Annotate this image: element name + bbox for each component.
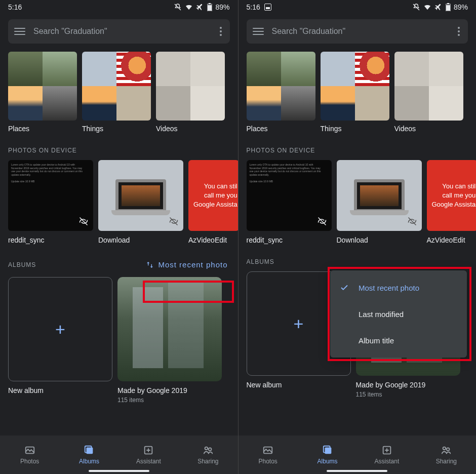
- albums-icon: [84, 445, 95, 456]
- airplane-icon: [434, 3, 443, 11]
- wifi-icon: [185, 3, 193, 11]
- nav-sharing[interactable]: Sharing: [178, 436, 237, 474]
- screenshot-left: 5:16 89% Search "Graduation": [0, 0, 239, 474]
- albums-icon: [322, 445, 333, 456]
- battery-icon: [446, 3, 451, 11]
- status-icons: 89%: [412, 3, 468, 11]
- device-folder-reddit[interactable]: Lorem only OTA to update your device to …: [8, 160, 93, 244]
- assistant-icon: [381, 445, 392, 456]
- device-folder-label: AzVideoEdit: [188, 236, 238, 244]
- menu-icon[interactable]: [253, 28, 264, 35]
- device-folder-label: Download: [98, 236, 183, 244]
- album-count: 115 items: [117, 397, 222, 404]
- device-section-header: PHOTOS ON DEVICE: [239, 133, 477, 160]
- albums-row[interactable]: + New album Made by Google 2019 115 item…: [0, 277, 238, 404]
- battery-icon: [207, 3, 212, 11]
- sort-menu: Most recent photo Last modified Album ti…: [330, 270, 467, 358]
- check-icon: [339, 283, 349, 292]
- album-google[interactable]: Made by Google 2019 115 items: [117, 277, 222, 404]
- assistant-icon: [143, 445, 154, 456]
- status-icons: 89%: [174, 3, 229, 11]
- device-folder-azvideo[interactable]: You can stilcall me youGoogle Assista Az…: [188, 160, 238, 244]
- svg-point-10: [205, 447, 208, 450]
- svg-line-4: [80, 218, 88, 225]
- sort-option-modified[interactable]: Last modified: [330, 301, 467, 327]
- sort-label: Most recent photo: [158, 260, 227, 269]
- category-places[interactable]: Places: [247, 52, 315, 133]
- airplane-icon: [196, 3, 204, 11]
- device-folder-label: reddit_sync: [8, 236, 93, 244]
- home-indicator[interactable]: [89, 470, 149, 472]
- category-label: Videos: [394, 125, 463, 133]
- category-places[interactable]: Places: [8, 52, 77, 133]
- sort-icon: [146, 261, 154, 269]
- sync-off-icon: [168, 216, 179, 227]
- category-videos[interactable]: Videos: [156, 52, 225, 133]
- svg-rect-3: [209, 3, 211, 4]
- device-folder-label: Download: [337, 236, 422, 244]
- category-label: Videos: [156, 125, 225, 133]
- category-label: Things: [82, 125, 151, 133]
- screenshot-right: 5:16 89% Search "Graduation": [239, 0, 477, 474]
- category-label: Things: [321, 125, 389, 133]
- status-bar: 5:16 89%: [239, 0, 477, 14]
- battery-text: 89%: [454, 3, 468, 11]
- device-folder-download[interactable]: Download: [337, 160, 422, 244]
- album-count: 115 items: [356, 391, 460, 398]
- album-label: Made by Google 2019: [117, 386, 222, 394]
- photos-icon: [24, 445, 35, 456]
- device-folder-azvideo[interactable]: You can stilcall me youGoogle Assista Az…: [427, 160, 477, 244]
- sync-off-icon: [78, 216, 89, 227]
- albums-section-header: ALBUMS: [239, 244, 477, 271]
- sharing-icon: [441, 445, 452, 456]
- mute-icon: [412, 3, 420, 11]
- nav-assistant[interactable]: Assistant: [119, 436, 178, 474]
- category-label: Places: [247, 125, 315, 133]
- plus-icon: +: [55, 321, 65, 338]
- album-label: New album: [247, 381, 351, 389]
- nav-photos[interactable]: Photos: [239, 436, 298, 474]
- search-placeholder: Search "Graduation": [272, 27, 454, 36]
- nav-sharing[interactable]: Sharing: [417, 436, 476, 474]
- sort-option-recent[interactable]: Most recent photo: [330, 274, 467, 301]
- category-row[interactable]: Places Things Videos: [239, 52, 477, 133]
- device-folder-download[interactable]: Download: [98, 160, 183, 244]
- device-folder-label: AzVideoEdit: [427, 236, 477, 244]
- album-new[interactable]: + New album: [8, 277, 112, 404]
- svg-point-22: [443, 447, 446, 450]
- svg-point-11: [209, 448, 212, 451]
- nav-albums[interactable]: Albums: [59, 436, 118, 474]
- sync-off-icon: [407, 216, 418, 227]
- sort-button[interactable]: Most recent photo: [142, 258, 231, 271]
- nav-assistant[interactable]: Assistant: [357, 436, 416, 474]
- svg-rect-15: [447, 3, 449, 4]
- status-time: 5:16: [247, 3, 260, 11]
- menu-icon[interactable]: [14, 28, 25, 35]
- category-videos[interactable]: Videos: [394, 52, 463, 133]
- category-things[interactable]: Things: [321, 52, 389, 133]
- album-label: Made by Google 2019: [356, 381, 460, 389]
- overflow-icon[interactable]: [216, 27, 226, 36]
- device-folder-label: reddit_sync: [247, 236, 332, 244]
- wifi-icon: [423, 3, 431, 11]
- svg-line-5: [170, 218, 178, 225]
- device-folder-reddit[interactable]: Lorem only OTA to update your device to …: [247, 160, 332, 244]
- home-indicator[interactable]: [327, 470, 387, 472]
- category-things[interactable]: Things: [82, 52, 151, 133]
- nav-albums[interactable]: Albums: [298, 436, 357, 474]
- category-label: Places: [8, 125, 77, 133]
- device-folders-row[interactable]: Lorem only OTA to update your device to …: [239, 160, 477, 244]
- status-bar: 5:16 89%: [0, 0, 238, 14]
- overflow-icon[interactable]: [454, 27, 464, 36]
- nav-photos[interactable]: Photos: [0, 436, 59, 474]
- mute-icon: [174, 3, 182, 11]
- svg-rect-14: [446, 5, 450, 11]
- category-row[interactable]: Places Things Videos: [0, 52, 238, 133]
- photo-notification-icon: [264, 4, 271, 11]
- svg-line-16: [318, 218, 326, 225]
- search-bar[interactable]: Search "Graduation": [8, 19, 230, 44]
- search-bar[interactable]: Search "Graduation": [247, 19, 468, 44]
- sort-option-title[interactable]: Album title: [330, 327, 467, 353]
- svg-line-17: [408, 218, 416, 225]
- device-folders-row[interactable]: Lorem only OTA to update your device to …: [0, 160, 238, 244]
